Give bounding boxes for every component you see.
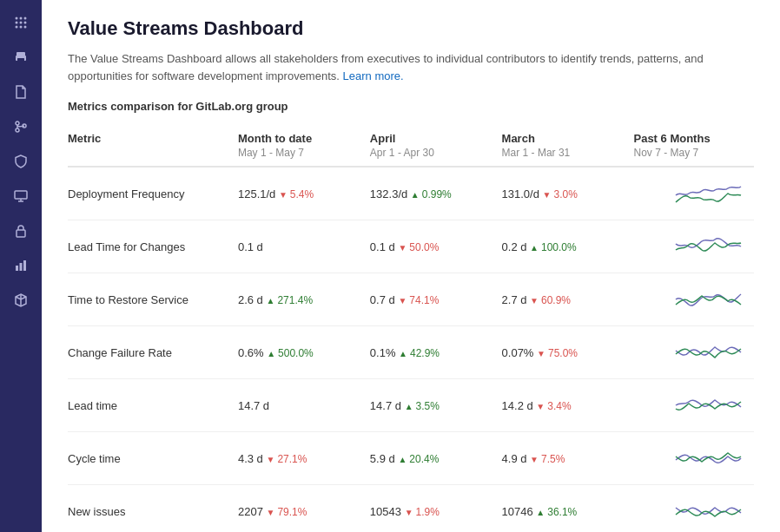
svg-rect-19 (23, 260, 26, 271)
march-value: 2.7 d 60.9% (502, 273, 634, 326)
col-header-march: March Mar 1 - Mar 31 (502, 125, 634, 167)
sparkline-cell (633, 485, 754, 533)
svg-point-4 (20, 22, 23, 24)
april-value: 132.3/d 0.99% (370, 167, 502, 220)
march-value: 0.2 d 100.0% (502, 220, 634, 273)
svg-point-2 (24, 17, 27, 20)
col-header-mtd: Month to date May 1 - May 7 (238, 125, 370, 167)
mtd-value: 14.7 d (238, 379, 370, 432)
shield-icon[interactable] (7, 148, 35, 175)
table-row: Lead Time for Changes 0.1 d 0.1 d 50.0% … (68, 220, 754, 273)
march-value: 14.2 d 3.4% (502, 379, 634, 432)
svg-point-12 (16, 122, 19, 125)
sparkline-cell (633, 326, 754, 379)
svg-rect-17 (16, 266, 18, 271)
mtd-value: 0.1 d (238, 220, 370, 273)
svg-point-7 (20, 26, 23, 29)
mtd-value: 2207 79.1% (238, 485, 370, 533)
lock-icon[interactable] (7, 217, 35, 245)
april-value: 0.7 d 74.1% (370, 273, 502, 326)
metrics-table: Metric Month to date May 1 - May 7 April… (68, 125, 754, 532)
svg-point-13 (16, 128, 19, 132)
svg-point-5 (24, 22, 27, 24)
march-value: 10746 36.1% (502, 485, 634, 533)
metric-name: Lead time (68, 379, 238, 432)
table-row: New issues 2207 79.1% 10543 1.9% 10746 3… (68, 485, 754, 533)
april-value: 0.1 d 50.0% (370, 220, 502, 273)
april-value: 14.7 d 3.5% (370, 379, 502, 432)
svg-point-1 (20, 17, 23, 20)
main-content: Value Streams Dashboard The Value Stream… (42, 0, 780, 532)
page-title: Value Streams Dashboard (68, 17, 754, 40)
april-value: 0.1% 42.9% (370, 326, 502, 379)
svg-rect-15 (15, 191, 27, 199)
metrics-group-label: Metrics comparison for GitLab.org group (68, 100, 754, 113)
merge-icon[interactable] (7, 113, 35, 141)
svg-point-8 (24, 26, 27, 29)
mtd-value: 0.6% 500.0% (238, 326, 370, 379)
table-row: Cycle time 4.3 d 27.1% 5.9 d 20.4% 4.9 d… (68, 432, 754, 485)
monitor-icon[interactable] (7, 182, 35, 210)
mtd-value: 4.3 d 27.1% (238, 432, 370, 485)
printer-icon[interactable] (7, 43, 35, 71)
sidebar (0, 0, 42, 532)
metric-name: Time to Restore Service (68, 273, 238, 326)
svg-point-3 (16, 22, 18, 24)
april-value: 10543 1.9% (370, 485, 502, 533)
metric-name: Lead Time for Changes (68, 220, 238, 273)
metric-name: Change Failure Rate (68, 326, 238, 379)
march-value: 4.9 d 7.5% (502, 432, 634, 485)
table-row: Lead time 14.7 d 14.7 d 3.5% 14.2 d 3.4% (68, 379, 754, 432)
svg-point-6 (16, 26, 18, 29)
table-row: Deployment Frequency 125.1/d 5.4% 132.3/… (68, 167, 754, 220)
learn-more-link[interactable]: Learn more. (343, 69, 404, 82)
metric-name: Deployment Frequency (68, 167, 238, 220)
col-header-past6: Past 6 Months Nov 7 - May 7 (633, 125, 754, 167)
sparkline-cell (633, 167, 754, 220)
march-value: 131.0/d 3.0% (502, 167, 634, 220)
svg-point-0 (16, 17, 18, 20)
package-icon[interactable] (7, 286, 35, 314)
page-description: The Value Streams Dashboard allows all s… (68, 50, 754, 84)
col-header-metric: Metric (68, 125, 238, 167)
sparkline-cell (633, 273, 754, 326)
table-row: Change Failure Rate 0.6% 500.0% 0.1% 42.… (68, 326, 754, 379)
metric-name: New issues (68, 485, 238, 533)
april-value: 5.9 d 20.4% (370, 432, 502, 485)
svg-rect-18 (20, 263, 23, 271)
sparkline-cell (633, 432, 754, 485)
svg-rect-16 (17, 230, 25, 237)
mtd-value: 125.1/d 5.4% (238, 167, 370, 220)
sparkline-cell (633, 379, 754, 432)
svg-rect-11 (17, 58, 24, 62)
march-value: 0.07% 75.0% (502, 326, 634, 379)
chart-icon[interactable] (7, 252, 35, 279)
mtd-value: 2.6 d 271.4% (238, 273, 370, 326)
table-row: Time to Restore Service 2.6 d 271.4% 0.7… (68, 273, 754, 326)
dots-grid-icon[interactable] (7, 9, 35, 36)
metric-name: Cycle time (68, 432, 238, 485)
sparkline-cell (633, 220, 754, 273)
page-icon[interactable] (7, 78, 35, 106)
col-header-april: April Apr 1 - Apr 30 (370, 125, 502, 167)
